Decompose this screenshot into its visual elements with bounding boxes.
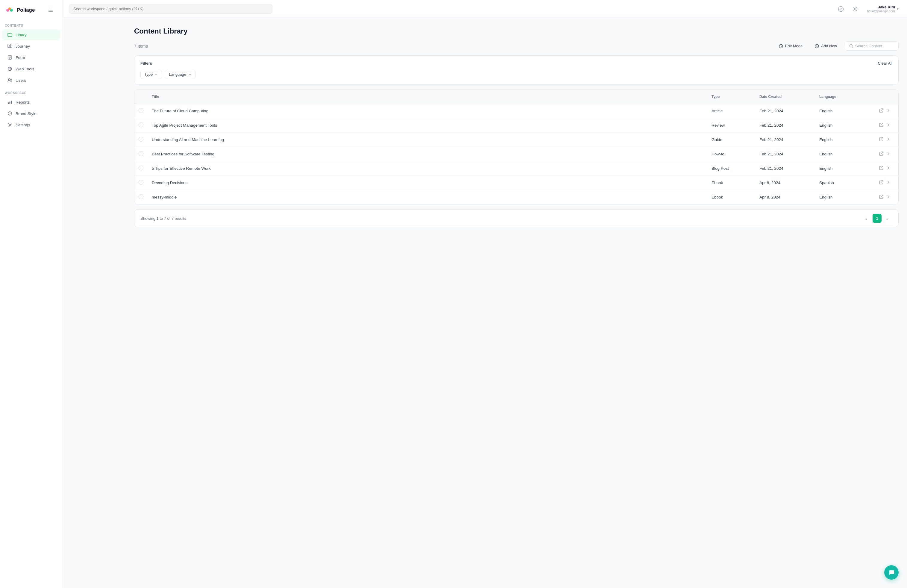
sidebar-item-brand-style[interactable]: Brand Style — [2, 108, 60, 119]
svg-point-3 — [8, 8, 11, 10]
language-filter-dropdown[interactable]: Language — [165, 70, 196, 79]
sidebar-item-form[interactable]: Form — [2, 52, 60, 63]
row-date-created: Feb 21, 2024 — [755, 119, 814, 132]
row-title: 5 Tips for Effective Remote Work — [147, 162, 707, 175]
sidebar-item-reports[interactable]: Reports — [2, 97, 60, 107]
folder-icon — [7, 32, 13, 37]
edit-mode-button[interactable]: Edit Mode — [774, 42, 807, 51]
row-title: The Future of Cloud Computing — [147, 104, 707, 117]
svg-rect-6 — [48, 11, 53, 12]
row-title: Decoding Decisions — [147, 176, 707, 189]
th-title: Title — [147, 93, 707, 101]
chevron-right-icon[interactable] — [886, 180, 891, 185]
search-icon — [849, 44, 853, 48]
prev-page-button[interactable]: ‹ — [862, 214, 871, 223]
external-link-icon[interactable] — [879, 195, 883, 200]
clear-all-button[interactable]: Clear All — [878, 61, 893, 66]
table-row[interactable]: Top Agile Project Management Tools Revie… — [135, 118, 898, 133]
svg-point-23 — [10, 112, 11, 113]
sidebar-item-journey[interactable]: Journey — [2, 41, 60, 51]
language-filter-chevron-icon — [188, 73, 192, 76]
external-link-icon[interactable] — [879, 166, 883, 171]
main-content: Content Library 7 Items Edit Mode Add Ne… — [126, 18, 907, 588]
app-name: Poliage — [17, 7, 35, 13]
add-new-label: Add New — [821, 44, 837, 48]
sidebar-item-library-label: Libary — [16, 33, 55, 37]
row-type: Ebook — [707, 191, 755, 203]
external-link-icon[interactable] — [879, 152, 883, 157]
search-content-input[interactable]: Search Content — [845, 41, 899, 51]
external-link-icon[interactable] — [879, 137, 883, 142]
svg-point-17 — [10, 79, 12, 80]
table-row[interactable]: Best Practices for Software Testing How-… — [135, 147, 898, 161]
row-actions — [874, 191, 898, 204]
table-row[interactable]: Decoding Decisions Ebook Apr 8, 2024 Spa… — [135, 176, 898, 190]
row-language: English — [814, 191, 874, 203]
chat-icon — [888, 569, 895, 576]
settings-button[interactable] — [850, 4, 860, 14]
row-checkbox[interactable] — [135, 104, 147, 118]
row-checkbox[interactable] — [135, 147, 147, 161]
svg-text:?: ? — [840, 7, 842, 11]
row-title: messy-middle — [147, 191, 707, 203]
chevron-right-icon[interactable] — [886, 195, 891, 200]
external-link-icon[interactable] — [879, 180, 883, 185]
svg-rect-5 — [48, 10, 53, 10]
edit-mode-icon — [779, 44, 784, 48]
row-title: Understanding AI and Machine Learning — [147, 133, 707, 146]
users-icon — [7, 77, 13, 83]
row-type: How-to — [707, 147, 755, 160]
row-date-created: Feb 21, 2024 — [755, 104, 814, 117]
next-page-button[interactable]: › — [883, 214, 893, 223]
row-actions — [874, 133, 898, 146]
th-language: Language — [814, 93, 874, 101]
table-row[interactable]: The Future of Cloud Computing Article Fe… — [135, 104, 898, 118]
chevron-right-icon[interactable] — [886, 108, 891, 114]
workspace-section-label: WORKSPACE — [0, 86, 62, 96]
row-date-created: Apr 8, 2024 — [755, 176, 814, 189]
chevron-right-icon[interactable] — [886, 152, 891, 157]
row-checkbox[interactable] — [135, 118, 147, 132]
filters-card: Filters Clear All Type Language — [134, 55, 899, 85]
chevron-right-icon[interactable] — [886, 166, 891, 171]
table-row[interactable]: 5 Tips for Effective Remote Work Blog Po… — [135, 161, 898, 176]
type-filter-dropdown[interactable]: Type — [140, 70, 162, 79]
chat-fab-button[interactable] — [884, 565, 899, 580]
pagination-info: Showing 1 to 7 of 7 results — [140, 216, 186, 221]
table-row[interactable]: messy-middle Ebook Apr 8, 2024 English — [135, 190, 898, 204]
row-language: English — [814, 104, 874, 117]
svg-point-21 — [8, 112, 12, 115]
svg-rect-20 — [11, 101, 12, 104]
row-checkbox[interactable] — [135, 161, 147, 175]
user-menu[interactable]: Jake Kim hello@poliage.com ▾ — [864, 3, 901, 14]
row-checkbox[interactable] — [135, 133, 147, 147]
page-1-button[interactable]: 1 — [873, 214, 881, 223]
row-checkbox[interactable] — [135, 176, 147, 190]
sidebar-item-brand-style-label: Brand Style — [16, 111, 55, 116]
row-actions — [874, 147, 898, 161]
sidebar-item-web-tools[interactable]: Web Tools — [2, 64, 60, 74]
chevron-right-icon[interactable] — [886, 137, 891, 142]
global-search-input[interactable] — [69, 4, 272, 14]
row-actions — [874, 162, 898, 175]
page-title: Content Library — [134, 27, 899, 35]
th-type: Type — [707, 93, 755, 101]
sidebar-item-form-label: Form — [16, 55, 55, 60]
add-new-button[interactable]: Add New — [810, 42, 841, 51]
row-title: Top Agile Project Management Tools — [147, 119, 707, 132]
table-row[interactable]: Understanding AI and Machine Learning Gu… — [135, 133, 898, 147]
sidebar-item-settings[interactable]: Settings — [2, 119, 60, 130]
sidebar-item-library[interactable]: Libary — [2, 29, 60, 40]
th-actions — [874, 93, 898, 101]
content-table: Title Type Date Created Language The Fut… — [134, 90, 899, 205]
row-date-created: Feb 21, 2024 — [755, 162, 814, 175]
row-checkbox[interactable] — [135, 190, 147, 204]
chevron-right-icon[interactable] — [886, 123, 891, 128]
help-button[interactable]: ? — [836, 4, 846, 14]
sidebar-item-users[interactable]: Users — [2, 75, 60, 86]
row-type: Blog Post — [707, 162, 755, 175]
external-link-icon[interactable] — [879, 108, 883, 114]
th-checkbox — [135, 93, 147, 101]
sidebar-toggle-button[interactable] — [46, 5, 55, 15]
external-link-icon[interactable] — [879, 123, 883, 128]
